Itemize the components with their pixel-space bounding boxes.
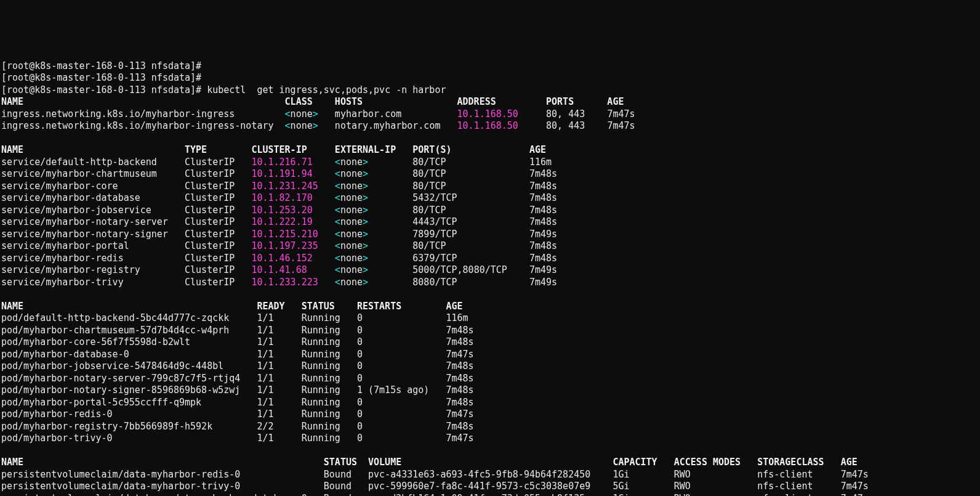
svc-row: service/myharbor-portal ClusterIP 10.1.1… <box>1 240 557 251</box>
svc-row: service/myharbor-jobservice ClusterIP 10… <box>1 205 557 216</box>
svc-row: service/myharbor-redis ClusterIP 10.1.46… <box>1 253 557 264</box>
terminal-output[interactable]: [root@k8s-master-168-0-113 nfsdata]# [ro… <box>0 60 980 497</box>
pod-row: pod/myharbor-registry-7bb566989f-h592k 2… <box>1 421 474 432</box>
pvc-row: persistentvolumeclaim/data-myharbor-triv… <box>1 481 869 492</box>
pod-row: pod/myharbor-chartmuseum-57d7b4d4cc-w4pr… <box>1 325 474 336</box>
pod-row: pod/default-http-backend-5bc44d777c-zqck… <box>1 312 468 323</box>
svc-row: service/default-http-backend ClusterIP 1… <box>1 157 552 168</box>
svc-row: service/myharbor-trivy ClusterIP 10.1.23… <box>1 277 557 288</box>
prompt-line: [root@k8s-master-168-0-113 nfsdata]# <box>1 60 201 71</box>
svc-row: service/myharbor-core ClusterIP 10.1.231… <box>1 181 557 192</box>
pod-row: pod/myharbor-redis-0 1/1 Running 0 7m47s <box>1 409 474 420</box>
pod-row: pod/myharbor-notary-server-799c87c7f5-rt… <box>1 373 474 384</box>
pod-header: NAME READY STATUS RESTARTS AGE <box>1 301 463 312</box>
command-text: kubectl get ingress,svc,pods,pvc -n harb… <box>207 84 446 96</box>
pod-row: pod/myharbor-database-0 1/1 Running 0 7m… <box>1 349 474 360</box>
svc-header: NAME TYPE CLUSTER-IP EXTERNAL-IP PORT(S)… <box>1 144 546 155</box>
prompt-line: [root@k8s-master-168-0-113 nfsdata]# <box>1 72 201 83</box>
svc-row: service/myharbor-notary-server ClusterIP… <box>1 216 557 227</box>
ingress-row: ingress.networking.k8s.io/myharbor-ingre… <box>1 108 635 120</box>
svc-row: service/myharbor-notary-signer ClusterIP… <box>1 229 557 240</box>
svc-row: service/myharbor-registry ClusterIP 10.1… <box>1 264 557 275</box>
pvc-header: NAME STATUS VOLUME CAPACITY ACCESS MODES… <box>1 457 857 468</box>
pvc-row: persistentvolumeclaim/data-myharbor-redi… <box>1 469 869 480</box>
pod-row: pod/myharbor-portal-5c955ccfff-q9mpk 1/1… <box>1 397 474 408</box>
ingress-header: NAME CLASS HOSTS ADDRESS PORTS AGE <box>1 96 624 107</box>
pod-row: pod/myharbor-jobservice-5478464d9c-448bl… <box>1 360 474 372</box>
pvc-row: persistentvolumeclaim/database-data-myha… <box>1 493 869 497</box>
pod-row: pod/myharbor-core-56f7f5598d-b2wlt 1/1 R… <box>1 336 474 348</box>
ingress-row: ingress.networking.k8s.io/myharbor-ingre… <box>1 120 635 131</box>
svc-row: service/myharbor-chartmuseum ClusterIP 1… <box>1 168 557 179</box>
pod-row: pod/myharbor-trivy-0 1/1 Running 0 7m47s <box>1 433 474 444</box>
pod-row: pod/myharbor-notary-signer-8596869b68-w5… <box>1 384 474 396</box>
svc-row: service/myharbor-database ClusterIP 10.1… <box>1 192 557 203</box>
prompt-line: [root@k8s-master-168-0-113 nfsdata]# <box>1 84 207 96</box>
